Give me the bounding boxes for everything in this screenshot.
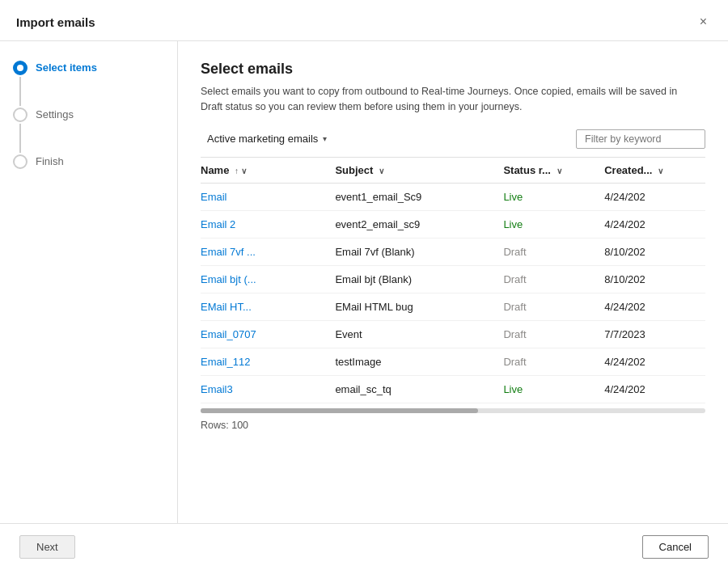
cell-created: 4/24/202	[604, 375, 705, 403]
cell-status: Draft	[503, 293, 604, 320]
cell-created: 4/24/202	[604, 210, 705, 238]
dialog-body: Select items Settings Finish Select emai…	[0, 41, 728, 523]
sort-icon-name[interactable]: ↑ ∨	[235, 167, 247, 175]
cell-subject: Event	[335, 320, 503, 348]
cell-created: 8/10/202	[604, 265, 705, 293]
cell-subject: EMail HTML bug	[335, 293, 503, 320]
step-circle-finish	[13, 154, 28, 169]
step-label-finish: Finish	[36, 154, 64, 167]
filter-dropdown[interactable]: Active marketing emails ▾	[201, 129, 333, 148]
cell-status: Draft	[503, 265, 604, 293]
email-name-link[interactable]: Email3	[201, 383, 233, 395]
cell-status: Live	[503, 210, 604, 238]
step-line-2	[19, 124, 21, 153]
sort-icon-status[interactable]: ∨	[557, 167, 562, 175]
sidebar-item-select-items: Select items	[13, 61, 164, 108]
step-label-settings: Settings	[36, 108, 74, 120]
email-name-link[interactable]: Email	[201, 191, 227, 203]
cell-name: Email_112	[201, 348, 335, 375]
cell-created: 4/24/202	[604, 348, 705, 375]
sidebar-item-settings: Settings	[13, 108, 164, 154]
cell-created: 8/10/202	[604, 238, 705, 265]
cell-name: EMail HT...	[201, 293, 335, 320]
table-row: Email_112testImageDraft4/24/202	[201, 348, 705, 375]
cell-status: Draft	[503, 238, 604, 265]
sidebar: Select items Settings Finish	[0, 41, 178, 523]
cell-status: Draft	[503, 320, 604, 348]
step-line-1	[19, 77, 21, 106]
page-description: Select emails you want to copy from outb…	[201, 84, 686, 115]
table-header-row: Name ↑ ∨ Subject ∨ Status r... ∨	[201, 158, 705, 184]
rows-count: Rows: 100	[201, 416, 705, 439]
cell-name: Email 2	[201, 210, 335, 238]
cell-status: Live	[503, 183, 604, 210]
email-name-link[interactable]: Email bjt (...	[201, 273, 256, 285]
table-row: EMail HT...EMail HTML bugDraft4/24/202	[201, 293, 705, 320]
cell-subject: Email 7vf (Blank)	[335, 238, 503, 265]
cell-subject: event2_email_sc9	[335, 210, 503, 238]
table-row: Email bjt (...Email bjt (Blank)Draft8/10…	[201, 265, 705, 293]
cell-subject: event1_email_Sc9	[335, 183, 503, 210]
cell-subject: Email bjt (Blank)	[335, 265, 503, 293]
table-row: Email 7vf ...Email 7vf (Blank)Draft8/10/…	[201, 238, 705, 265]
chevron-down-icon: ▾	[323, 134, 327, 143]
col-header-name[interactable]: Name ↑ ∨	[201, 158, 335, 184]
col-header-status[interactable]: Status r... ∨	[503, 158, 604, 184]
cell-name: Email3	[201, 375, 335, 403]
toolbar: Active marketing emails ▾	[201, 129, 705, 149]
dialog-title: Import emails	[16, 15, 95, 29]
page-title: Select emails	[201, 61, 705, 78]
step-circle-select-items	[13, 61, 28, 75]
cell-status: Live	[503, 375, 604, 403]
sort-icon-created[interactable]: ∨	[658, 167, 663, 175]
cell-subject: email_sc_tq	[335, 375, 503, 403]
cancel-button[interactable]: Cancel	[642, 535, 709, 559]
table-body: Emailevent1_email_Sc9Live4/24/202Email 2…	[201, 183, 705, 403]
cell-name: Email bjt (...	[201, 265, 335, 293]
keyword-filter-input[interactable]	[576, 129, 705, 149]
next-button[interactable]: Next	[19, 535, 75, 559]
table-row: Email 2event2_email_sc9Live4/24/202	[201, 210, 705, 238]
horizontal-scrollbar[interactable]	[201, 408, 705, 413]
import-emails-dialog: Import emails × Select items Settings	[0, 0, 728, 570]
cell-status: Draft	[503, 348, 604, 375]
email-name-link[interactable]: Email_0707	[201, 328, 256, 340]
email-name-link[interactable]: EMail HT...	[201, 301, 252, 313]
cell-name: Email_0707	[201, 320, 335, 348]
col-header-created[interactable]: Created... ∨	[604, 158, 705, 184]
table-row: Email_0707EventDraft7/7/2023	[201, 320, 705, 348]
cell-created: 4/24/202	[604, 183, 705, 210]
email-name-link[interactable]: Email 2	[201, 218, 235, 230]
col-header-subject[interactable]: Subject ∨	[335, 158, 503, 184]
email-table: Name ↑ ∨ Subject ∨ Status r... ∨	[201, 158, 705, 403]
email-name-link[interactable]: Email 7vf ...	[201, 246, 256, 258]
cell-name: Email	[201, 183, 335, 210]
main-content: Select emails Select emails you want to …	[178, 41, 728, 523]
dialog-footer: Next Cancel	[0, 523, 728, 570]
sidebar-item-finish: Finish	[13, 154, 164, 169]
cell-created: 7/7/2023	[604, 320, 705, 348]
cell-subject: testImage	[335, 348, 503, 375]
step-circle-settings	[13, 108, 28, 122]
cell-created: 4/24/202	[604, 293, 705, 320]
step-label-select-items: Select items	[36, 61, 97, 74]
table-row: Email3email_sc_tqLive4/24/202	[201, 375, 705, 403]
sort-icon-subject[interactable]: ∨	[379, 167, 384, 175]
filter-dropdown-label: Active marketing emails	[207, 133, 318, 145]
email-table-container: Name ↑ ∨ Subject ∨ Status r... ∨	[201, 157, 705, 524]
scrollbar-thumb	[201, 408, 478, 413]
close-button[interactable]: ×	[695, 13, 712, 31]
dialog-header: Import emails ×	[0, 0, 728, 41]
email-name-link[interactable]: Email_112	[201, 356, 250, 368]
cell-name: Email 7vf ...	[201, 238, 335, 265]
table-row: Emailevent1_email_Sc9Live4/24/202	[201, 183, 705, 210]
